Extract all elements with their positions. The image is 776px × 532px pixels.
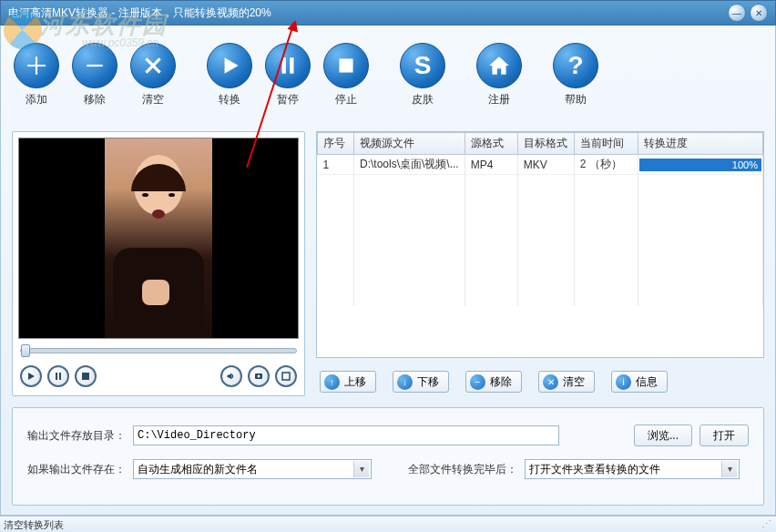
add-button[interactable]: 添加 bbox=[8, 43, 65, 107]
minus-icon: − bbox=[470, 374, 485, 390]
close-button[interactable]: ✕ bbox=[750, 4, 768, 22]
resize-grip[interactable]: ⋰ bbox=[761, 518, 771, 532]
play-icon bbox=[207, 43, 252, 88]
th-source[interactable]: 视频源文件 bbox=[354, 133, 465, 155]
status-text: 清空转换列表 bbox=[4, 518, 64, 532]
output-dir-label: 输出文件存放目录： bbox=[27, 428, 126, 444]
x-icon bbox=[130, 43, 176, 88]
info-button[interactable]: i信息 bbox=[611, 371, 668, 393]
preview-snapshot-button[interactable] bbox=[248, 365, 270, 387]
preview-volume-button[interactable] bbox=[220, 365, 242, 387]
titlebar: 电河高清MKV转换器 - 注册版本，只能转换视频的20% — ✕ bbox=[0, 0, 776, 26]
list-remove-button[interactable]: −移除 bbox=[465, 371, 522, 393]
preview-fullscreen-button[interactable] bbox=[275, 365, 297, 387]
down-arrow-icon: ↓ bbox=[397, 374, 413, 390]
after-label: 全部文件转换完毕后： bbox=[408, 462, 517, 477]
stop-button[interactable]: 停止 bbox=[318, 43, 374, 107]
th-progress[interactable]: 转换进度 bbox=[638, 133, 762, 155]
skin-icon: S bbox=[400, 43, 445, 88]
th-time[interactable]: 当前时间 bbox=[574, 133, 638, 155]
preview-panel bbox=[12, 131, 305, 396]
plus-icon bbox=[14, 43, 59, 88]
x-icon: ✕ bbox=[543, 374, 558, 390]
skin-button[interactable]: S 皮肤 bbox=[394, 43, 451, 107]
if-exists-combo[interactable]: 自动生成相应的新文件名 bbox=[133, 459, 372, 479]
svg-point-1 bbox=[258, 375, 260, 378]
output-dir-input[interactable] bbox=[133, 425, 559, 445]
main-panel: 添加 移除 清空 转换 暂停 停止 S 皮肤 注册 bbox=[0, 26, 776, 516]
th-dst-format[interactable]: 目标格式 bbox=[517, 133, 574, 155]
svg-rect-2 bbox=[282, 373, 290, 380]
minus-icon bbox=[72, 43, 117, 88]
move-up-button[interactable]: ↑上移 bbox=[320, 371, 376, 393]
table-row[interactable]: 1 D:\tools\桌面\视频\... MP4 MKV 2 （秒） 100% bbox=[318, 155, 763, 175]
browse-button[interactable]: 浏览... bbox=[634, 425, 692, 446]
file-table[interactable]: 序号 视频源文件 源格式 目标格式 当前时间 转换进度 1 D:\tools\桌… bbox=[316, 131, 764, 358]
seek-slider[interactable] bbox=[20, 348, 297, 353]
statusbar: 清空转换列表 ⋰ bbox=[0, 516, 776, 532]
move-down-button[interactable]: ↓下移 bbox=[393, 371, 449, 393]
register-button[interactable]: 注册 bbox=[471, 43, 527, 107]
after-combo[interactable]: 打开文件夹查看转换的文件 bbox=[525, 459, 740, 479]
preview-stop-button[interactable] bbox=[75, 365, 97, 387]
toolbar: 添加 移除 清空 转换 暂停 停止 S 皮肤 注册 bbox=[1, 26, 775, 117]
remove-button[interactable]: 移除 bbox=[66, 43, 123, 107]
th-src-format[interactable]: 源格式 bbox=[465, 133, 517, 155]
help-button[interactable]: ? 帮助 bbox=[547, 43, 604, 107]
preview-play-button[interactable] bbox=[20, 365, 42, 387]
open-button[interactable]: 打开 bbox=[699, 425, 749, 446]
th-index[interactable]: 序号 bbox=[318, 133, 354, 155]
up-arrow-icon: ↑ bbox=[324, 374, 340, 390]
question-icon: ? bbox=[553, 43, 598, 88]
convert-button[interactable]: 转换 bbox=[201, 43, 258, 107]
info-icon: i bbox=[616, 374, 631, 390]
pause-icon bbox=[265, 43, 311, 88]
pause-button[interactable]: 暂停 bbox=[260, 43, 316, 107]
home-icon bbox=[476, 43, 522, 88]
list-clear-button[interactable]: ✕清空 bbox=[538, 371, 595, 393]
window-title: 电河高清MKV转换器 - 注册版本，只能转换视频的20% bbox=[8, 5, 271, 21]
minimize-button[interactable]: — bbox=[728, 4, 746, 22]
preview-pause-button[interactable] bbox=[47, 365, 69, 387]
video-preview bbox=[18, 138, 299, 339]
clear-button[interactable]: 清空 bbox=[125, 43, 181, 107]
stop-icon bbox=[323, 43, 369, 88]
settings-panel: 输出文件存放目录： 浏览... 打开 如果输出文件存在： 自动生成相应的新文件名… bbox=[12, 407, 764, 506]
if-exists-label: 如果输出文件存在： bbox=[27, 462, 126, 477]
progress-bar: 100% bbox=[639, 159, 761, 171]
